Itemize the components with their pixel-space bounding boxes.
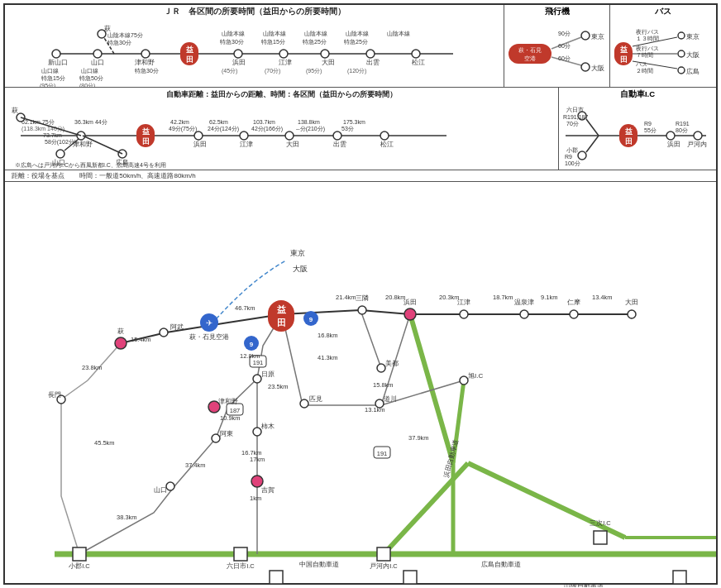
svg-text:90分: 90分	[558, 31, 571, 36]
svg-text:13.1km: 13.1km	[365, 406, 385, 414]
svg-text:特急50分: 特急50分	[79, 75, 103, 81]
svg-point-77	[56, 150, 64, 158]
svg-text:23.5km: 23.5km	[268, 383, 289, 390]
svg-text:特急15分: 特急15分	[261, 39, 285, 45]
svg-text:(70分): (70分)	[265, 68, 280, 74]
svg-text:103.7km: 103.7km	[253, 119, 275, 125]
svg-text:小郡I.C: 小郡I.C	[69, 562, 90, 570]
svg-text:益: 益	[620, 45, 628, 54]
svg-rect-201	[270, 571, 283, 584]
svg-point-33	[366, 50, 375, 58]
svg-text:東京: 東京	[290, 249, 305, 257]
svg-point-169	[358, 306, 366, 314]
svg-text:特急30分: 特急30分	[135, 68, 159, 74]
svg-text:55分: 55分	[644, 127, 657, 133]
svg-text:大阪: 大阪	[293, 265, 308, 273]
svg-text:175.3km: 175.3km	[343, 119, 365, 125]
svg-text:出雲: 出雲	[366, 59, 380, 66]
svg-text:58分(102分): 58分(102分)	[45, 139, 76, 146]
svg-text:阿武: 阿武	[170, 323, 184, 331]
svg-text:山陰自動車道: 山陰自動車道	[564, 583, 604, 587]
map-svg: 益 田 9 9 191 187 191 ✈ 萩・石見空港	[5, 182, 716, 587]
svg-text:特急15分: 特急15分	[41, 75, 65, 81]
svg-text:益: 益	[142, 127, 150, 136]
svg-text:三隣: 三隣	[356, 294, 369, 302]
hikoki-title: 飛行機	[507, 7, 607, 17]
svg-text:(95分): (95分)	[40, 83, 55, 87]
svg-text:長門: 長門	[48, 391, 61, 399]
svg-point-28	[321, 50, 329, 58]
svg-point-67	[678, 50, 685, 57]
svg-text:41.3km: 41.3km	[318, 354, 338, 361]
svg-text:大阪: 大阪	[591, 65, 604, 72]
svg-point-130	[666, 131, 675, 140]
svg-text:江津: 江津	[240, 141, 253, 148]
svg-text:旭I.C: 旭I.C	[468, 372, 483, 380]
svg-text:津和野: 津和野	[218, 398, 238, 405]
svg-text:出雲: 出雲	[333, 141, 346, 148]
svg-text:松江: 松江	[412, 59, 425, 66]
svg-text:小郡: 小郡	[566, 147, 578, 153]
svg-rect-205	[403, 571, 417, 584]
svg-text:仁摩: 仁摩	[567, 299, 580, 306]
svg-text:17km: 17km	[250, 456, 265, 463]
svg-text:田: 田	[185, 55, 193, 64]
svg-text:大田: 大田	[625, 299, 638, 306]
svg-text:60分: 60分	[558, 55, 571, 61]
svg-text:田: 田	[620, 55, 628, 64]
svg-point-185	[253, 428, 261, 436]
svg-text:温泉津: 温泉津	[514, 299, 534, 306]
svg-text:45.5km: 45.5km	[94, 439, 115, 447]
svg-text:(80分): (80分)	[79, 83, 95, 87]
svg-text:戸河内I.C: 戸河内I.C	[370, 562, 398, 570]
hikoki-diagram: 萩・石見 空港 東京 90分 大阪 60分 60分	[507, 19, 606, 87]
svg-text:特急25分: 特急25分	[303, 39, 327, 45]
svg-text:36.3km  44分: 36.3km 44分	[74, 119, 107, 125]
svg-text:益: 益	[185, 45, 193, 54]
svg-point-12	[141, 50, 150, 58]
svg-text:10.9km: 10.9km	[220, 414, 241, 422]
svg-text:美都: 美都	[385, 360, 399, 367]
svg-text:益: 益	[625, 127, 633, 136]
svg-text:42.2km: 42.2km	[170, 119, 189, 125]
svg-point-89	[194, 131, 203, 140]
svg-text:✈: ✈	[206, 318, 212, 327]
svg-text:山陰本線: 山陰本線	[263, 31, 286, 36]
svg-text:広島自動車道: 広島自動車道	[481, 561, 521, 568]
svg-text:益: 益	[277, 304, 286, 314]
svg-point-38	[412, 50, 420, 58]
svg-text:--分(210分): --分(210分)	[296, 126, 325, 132]
svg-text:R191,187: R191,187	[563, 114, 588, 120]
svg-text:阿東: 阿東	[220, 430, 233, 437]
svg-text:13.4km: 13.4km	[592, 294, 613, 301]
svg-text:戸河内: 戸河内	[687, 141, 707, 148]
svg-text:匹見: 匹見	[309, 395, 322, 403]
svg-point-171	[115, 337, 127, 349]
svg-text:２時間: ２時間	[636, 68, 653, 74]
svg-text:山陰本線: 山陰本線	[304, 31, 327, 36]
svg-text:空港: 空港	[524, 55, 536, 61]
svg-text:萩・石見: 萩・石見	[518, 47, 542, 53]
svg-point-181	[166, 482, 174, 490]
svg-text:広島: 広島	[116, 159, 129, 166]
svg-point-173	[160, 328, 168, 337]
svg-text:田: 田	[277, 318, 286, 327]
svg-text:62.5km: 62.5km	[209, 119, 228, 125]
svg-text:49分(75分): 49分(75分)	[169, 126, 197, 132]
svg-text:21.4km: 21.4km	[336, 294, 356, 301]
svg-point-183	[253, 375, 261, 383]
svg-text:山陰本線75分: 山陰本線75分	[107, 32, 143, 38]
svg-text:15.8km: 15.8km	[373, 381, 394, 389]
svg-line-117	[586, 119, 599, 136]
jr-section: ＪＲ 各区間の所要時間（益田からの所要時間） 新山口 山口線 特急15分 (95…	[5, 5, 504, 87]
svg-text:田: 田	[142, 137, 150, 146]
svg-text:山陰本線: 山陰本線	[387, 31, 410, 36]
svg-rect-209	[673, 571, 686, 584]
svg-text:42分(166分): 42分(166分)	[251, 126, 283, 132]
svg-text:松江: 松江	[380, 141, 394, 148]
svg-text:萩: 萩	[117, 327, 124, 335]
svg-text:23.8km: 23.8km	[82, 364, 103, 371]
svg-point-50	[581, 31, 590, 40]
svg-text:16.8km: 16.8km	[318, 332, 338, 339]
svg-text:山口線: 山口線	[81, 68, 98, 74]
